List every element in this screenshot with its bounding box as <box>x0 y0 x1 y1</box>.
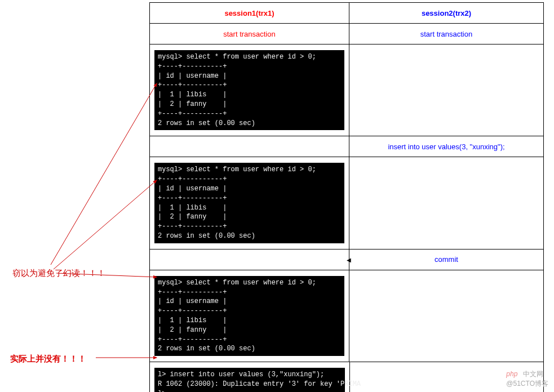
header-session1: session1(trx1) <box>150 3 349 23</box>
watermark-cto: @51CTO博客 <box>506 380 548 387</box>
arrow-left-icon: ◀ <box>347 256 351 262</box>
table-row: start transaction start transaction <box>150 24 543 44</box>
table-row: mysql> select * from user where id > 0; … <box>150 270 543 362</box>
empty-cell <box>150 250 349 270</box>
watermark: php 中文网 @51CTO博客 <box>506 369 548 389</box>
insert-stmt: insert into user values(3, "xunxing"); <box>349 136 543 157</box>
select-2: mysql> select * from user where id > 0; … <box>150 157 349 248</box>
table-row: mysql> select * from user where id > 0; … <box>150 157 543 249</box>
select-3: mysql> select * from user where id > 0; … <box>150 270 349 362</box>
code-select-1: mysql> select * from user where id > 0; … <box>154 50 344 130</box>
select-1: mysql> select * from user where id > 0; … <box>150 44 349 136</box>
commit-label: commit <box>435 255 458 264</box>
start-tx-2: start transaction <box>349 24 543 44</box>
left-annotations: 窃以为避免了幻读！！！ 实际上并没有！！！ <box>0 0 149 392</box>
main-container: 窃以为避免了幻读！！！ 实际上并没有！！！ session1(trx1) ses… <box>0 0 554 392</box>
code-insert-fail: l> insert into user values (3,"xunxing")… <box>154 368 345 392</box>
header-row: session1(trx1) session2(trx2) <box>150 3 543 24</box>
sessions-table: session1(trx1) session2(trx2) start tran… <box>149 2 544 392</box>
empty-cell <box>150 136 349 157</box>
annotation-actually-not: 实际上并没有！！！ <box>10 354 86 364</box>
table-row: insert into user values(3, "xunxing"); <box>150 136 543 157</box>
code-select-3: mysql> select * from user where id > 0; … <box>154 276 344 356</box>
watermark-php: php <box>506 370 517 378</box>
annotation-phantom-read: 窃以为避免了幻读！！！ <box>12 268 105 279</box>
table-row: ◀ commit <box>150 250 543 270</box>
watermark-cn: 中文网 <box>523 370 543 378</box>
commit-stmt: ◀ commit <box>349 250 543 270</box>
empty-cell <box>349 270 543 291</box>
table-row: l> insert into user values (3,"xunxing")… <box>150 362 543 392</box>
code-select-2: mysql> select * from user where id > 0; … <box>154 163 344 243</box>
start-tx-1: start transaction <box>150 24 349 44</box>
empty-cell <box>349 157 543 177</box>
header-session2: session2(trx2) <box>349 3 543 23</box>
empty-cell <box>349 44 543 65</box>
insert-fail: l> insert into user values (3,"xunxing")… <box>150 362 350 392</box>
table-row: mysql> select * from user where id > 0; … <box>150 44 543 136</box>
